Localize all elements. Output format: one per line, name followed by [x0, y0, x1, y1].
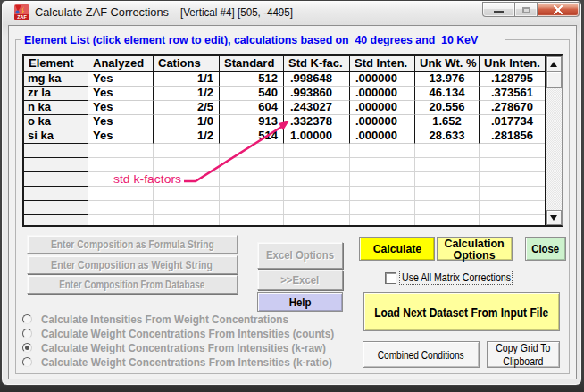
svg-text:ZAF: ZAF [17, 14, 27, 20]
